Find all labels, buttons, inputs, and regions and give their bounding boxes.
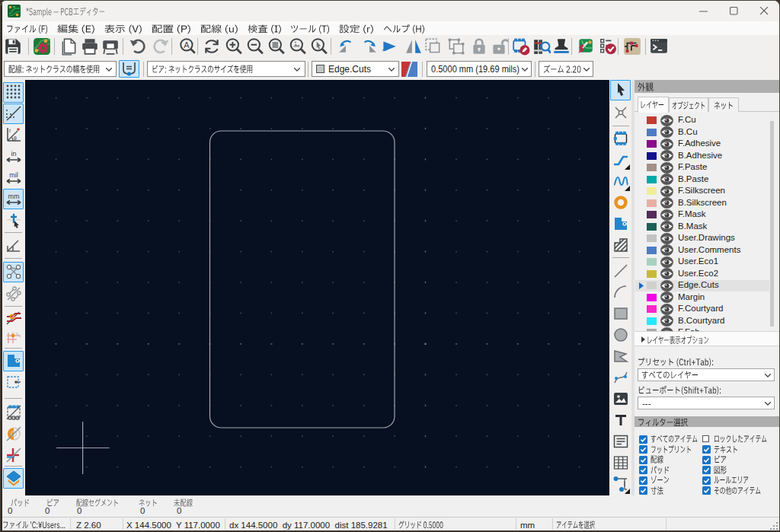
svg-text:A: A bbox=[184, 40, 190, 49]
svg-text:mil: mil bbox=[9, 171, 18, 179]
svg-text:mm: mm bbox=[8, 193, 20, 200]
svg-text:θ: θ bbox=[14, 135, 17, 141]
svg-text:r: r bbox=[9, 128, 11, 133]
svg-text:in: in bbox=[11, 150, 16, 158]
